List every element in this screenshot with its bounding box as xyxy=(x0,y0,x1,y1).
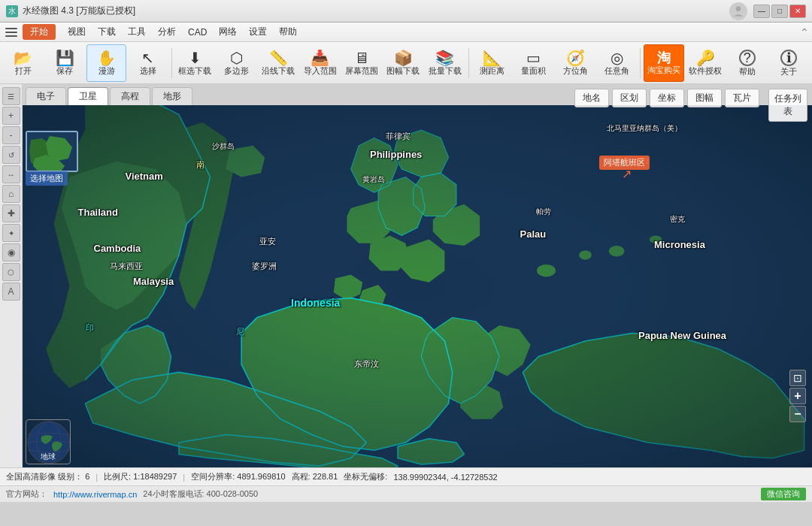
ctrl-tile-frame[interactable]: 图幅 xyxy=(687,89,722,107)
import-range-label: 导入范围 xyxy=(304,67,337,75)
close-button[interactable]: ✕ xyxy=(789,5,806,18)
roam-icon: ✋ xyxy=(97,50,116,65)
minimize-button[interactable]: — xyxy=(753,5,770,18)
map-svg xyxy=(23,105,812,467)
sidebar-undo-btn[interactable]: ↺ xyxy=(2,146,20,164)
line-download-label: 沿线下载 xyxy=(262,67,295,75)
menubar: 开始 视图 下载 工具 分析 CAD 网络 设置 帮助 ⌃ xyxy=(0,23,812,42)
zoom-out-button[interactable]: − xyxy=(789,406,806,422)
save-button[interactable]: 💾 保存 xyxy=(44,44,84,82)
spatial-resolution: 空间分辨率: 4891.969810 xyxy=(191,471,285,482)
roam-label: 漫游 xyxy=(98,67,115,75)
help-button[interactable]: ? 帮助 xyxy=(727,44,767,82)
mini-globe[interactable]: 地球 xyxy=(26,419,71,464)
sidebar-minus-btn[interactable]: - xyxy=(2,126,20,144)
sidebar-text-btn[interactable]: A xyxy=(2,283,20,301)
sidebar-hex-btn[interactable]: ⬡ xyxy=(2,263,20,281)
import-range-icon: 📥 xyxy=(311,50,329,65)
batch-download-button[interactable]: 📚 批量下载 xyxy=(425,44,465,82)
about-button[interactable]: ℹ 关于 xyxy=(769,44,809,82)
measure-dist-label: 测距离 xyxy=(480,67,504,75)
polygon-button[interactable]: ⬡ 多边形 xyxy=(217,44,256,82)
sidebar-cross-btn[interactable]: ✚ xyxy=(2,204,20,222)
measure-area-button[interactable]: ▭ 量面积 xyxy=(514,44,553,82)
tab-satellite[interactable]: 卫星 xyxy=(68,87,108,105)
roam-button[interactable]: ✋ 漫游 xyxy=(86,44,126,82)
scale-info: 比例尺: 1:18489297 xyxy=(104,471,177,482)
import-range-button[interactable]: 📥 导入范围 xyxy=(300,44,340,82)
menu-chevron-icon: ⌃ xyxy=(800,26,809,38)
line-download-button[interactable]: 📏 沿线下载 xyxy=(259,44,298,82)
menu-network[interactable]: 网络 xyxy=(213,24,243,40)
measure-dist-button[interactable]: 📐 测距离 xyxy=(472,44,512,82)
coordinates-value: 138.99902344, -4.12728532 xyxy=(393,473,497,482)
map-container: ☰ + - ↺ ↔ ⌂ ✚ ✦ ◉ ⬡ A 电子 卫星 高程 地形 地名 区划 … xyxy=(0,84,812,467)
titlebar: 水 水经微图 4.3 [万能版已授权] — □ ✕ xyxy=(0,0,812,23)
measure-dist-icon: 📐 xyxy=(483,50,501,65)
taobao-icon: 淘 xyxy=(657,51,671,65)
sidebar-star-btn[interactable]: ✦ xyxy=(2,224,20,242)
menu-help[interactable]: 帮助 xyxy=(273,24,303,40)
zoom-in-button[interactable]: + xyxy=(789,388,806,404)
wechat-button[interactable]: 微信咨询 xyxy=(761,488,806,500)
sidebar-swap-btn[interactable]: ↔ xyxy=(2,165,20,183)
select-button[interactable]: ↖ 选择 xyxy=(128,44,168,82)
area-download-icon: 📦 xyxy=(394,50,413,65)
tab-elevation[interactable]: 高程 xyxy=(110,87,150,105)
map-background[interactable]: Vietnam Thailand Cambodia Philippines Ma… xyxy=(23,105,812,467)
about-icon: ℹ xyxy=(780,50,797,66)
menu-download[interactable]: 下载 xyxy=(92,24,122,40)
area-download-button[interactable]: 📦 图幅下载 xyxy=(383,44,423,82)
screen-range-button[interactable]: 🖥 屏幕范围 xyxy=(341,44,381,82)
free-angle-button[interactable]: ◎ 任意角 xyxy=(597,44,637,82)
menu-start[interactable]: 开始 xyxy=(23,24,56,40)
coordinates-label: 坐标无偏移: xyxy=(344,471,387,482)
tab-electronic[interactable]: 电子 xyxy=(26,87,66,105)
window-controls: — □ ✕ xyxy=(753,5,806,18)
open-button[interactable]: 📂 打开 xyxy=(3,44,43,82)
sidebar-layers-btn[interactable]: ☰ xyxy=(2,87,20,105)
box-download-button[interactable]: ⬇ 框选下载 xyxy=(175,44,215,82)
toolbar-separator-3 xyxy=(640,48,641,78)
hamburger-menu[interactable] xyxy=(3,24,20,41)
ctrl-coordinate[interactable]: 坐标 xyxy=(650,89,684,107)
left-sidebar: ☰ + - ↺ ↔ ⌂ ✚ ✦ ◉ ⬡ A xyxy=(0,84,23,467)
free-angle-icon: ◎ xyxy=(611,50,623,65)
tab-terrain[interactable]: 地形 xyxy=(152,87,192,105)
box-download-label: 框选下载 xyxy=(178,67,211,75)
menu-settings[interactable]: 设置 xyxy=(243,24,273,40)
website-link[interactable]: http://www.rivermap.cn xyxy=(53,490,137,499)
zoom-fit-btn[interactable]: ⊡ xyxy=(789,370,806,386)
sidebar-add-btn[interactable]: + xyxy=(2,107,20,125)
batch-download-label: 批量下载 xyxy=(429,67,462,75)
license-label: 软件授权 xyxy=(689,67,722,75)
direction-button[interactable]: 🧭 方位角 xyxy=(555,44,595,82)
menu-analysis[interactable]: 分析 xyxy=(152,24,182,40)
sidebar-target-btn[interactable]: ◉ xyxy=(2,243,20,261)
menu-cad[interactable]: CAD xyxy=(182,26,213,39)
globe-label: 地球 xyxy=(41,452,56,462)
taobao-button[interactable]: 淘 淘宝购买 xyxy=(644,44,683,82)
map-top-controls: 地名 区划 坐标 图幅 瓦片 xyxy=(574,89,759,107)
ctrl-boundary[interactable]: 区划 xyxy=(612,89,647,107)
help-icon: ? xyxy=(739,50,756,66)
menu-view[interactable]: 视图 xyxy=(62,24,92,40)
app-title: 水经微图 4.3 [万能版已授权] xyxy=(23,5,729,17)
license-button[interactable]: 🔑 软件授权 xyxy=(686,44,726,82)
map-view[interactable]: 电子 卫星 高程 地形 地名 区划 坐标 图幅 瓦片 任务列表 xyxy=(23,84,812,467)
ctrl-placename[interactable]: 地名 xyxy=(574,89,609,107)
svg-point-0 xyxy=(736,6,741,11)
map-thumbnail[interactable] xyxy=(26,131,78,172)
maximize-button[interactable]: □ xyxy=(771,5,788,18)
elevation-info: 高程: 228.81 xyxy=(292,471,338,482)
taobao-label: 淘宝购买 xyxy=(647,66,680,74)
sidebar-home-btn[interactable]: ⌂ xyxy=(2,185,20,203)
zoom-controls: ⊡ + − xyxy=(789,370,806,422)
ctrl-tile[interactable]: 瓦片 xyxy=(725,89,759,107)
task-list-button[interactable]: 任务列表 xyxy=(768,89,807,122)
map-thumb-label[interactable]: 选择地图 xyxy=(26,171,68,186)
menu-tools[interactable]: 工具 xyxy=(122,24,152,40)
polygon-label: 多边形 xyxy=(224,67,249,75)
area-download-label: 图幅下载 xyxy=(386,67,420,75)
help-label: 帮助 xyxy=(739,68,756,76)
